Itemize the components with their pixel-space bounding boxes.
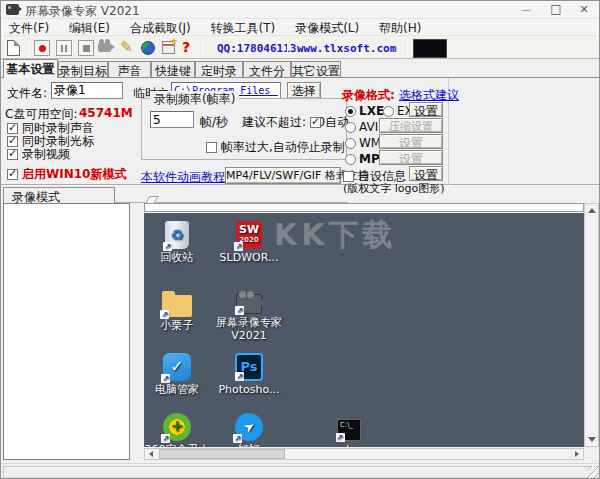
minimize-button[interactable] bbox=[513, 1, 539, 19]
watermark-text: KK下载 bbox=[274, 215, 397, 256]
scroll-up-icon[interactable] bbox=[588, 208, 596, 213]
schedule-icon[interactable] bbox=[162, 41, 175, 54]
app-window: 屏幕录像专家 V2021 文件(F) 编辑(E) 合成截取(J) 转换工具(T)… bbox=[0, 0, 600, 479]
mp4-settings-button: 设置 bbox=[379, 150, 443, 165]
scroll-left-icon[interactable] bbox=[149, 451, 153, 457]
radio-icon bbox=[345, 154, 356, 165]
tab-scheduled-record[interactable]: 定时录制 bbox=[195, 61, 243, 78]
photoshop-icon bbox=[235, 353, 263, 381]
radio-icon bbox=[345, 138, 356, 149]
lxe-settings-button[interactable]: 设置 bbox=[409, 102, 443, 117]
record-video-checkbox[interactable]: 录制视频 bbox=[7, 146, 70, 163]
status-bar-panel bbox=[3, 466, 599, 478]
wmv-settings-button: 设置 bbox=[379, 134, 443, 149]
tab-basic-settings[interactable]: 基本设置 bbox=[3, 59, 58, 78]
avi-compress-settings-button: 压缩设置 bbox=[379, 118, 443, 133]
dingtalk-icon bbox=[235, 413, 263, 441]
toolbar-separator bbox=[287, 39, 288, 57]
frame-rate-group-title: 录制频率(帧率) bbox=[150, 91, 239, 108]
radio-icon bbox=[383, 106, 394, 117]
toolbar-separator bbox=[28, 39, 29, 57]
radio-avi[interactable]: AVI bbox=[345, 120, 378, 134]
shortcut-arrow-icon bbox=[160, 310, 169, 319]
window-title: 屏幕录像专家 V2021 bbox=[25, 3, 140, 20]
maximize-button[interactable] bbox=[543, 1, 569, 19]
toolbar: QQ:178046113 www.tlxsoft.com bbox=[1, 35, 599, 59]
website-link[interactable]: www.tlxsoft.com bbox=[297, 42, 396, 55]
shortcut-arrow-icon bbox=[336, 433, 345, 442]
checkbox-checked-icon bbox=[7, 169, 18, 180]
tab-sound[interactable]: 声音 bbox=[108, 61, 151, 78]
format-support-button[interactable]: MP4/FLV/SWF/GIF 格式支持 bbox=[225, 167, 341, 184]
shortcut-arrow-icon bbox=[161, 374, 170, 383]
desktop-icon-xiaolizi[interactable]: 小栗子 bbox=[144, 289, 210, 332]
record-mode-list[interactable] bbox=[3, 203, 130, 460]
tab-hotkeys[interactable]: 快捷键 bbox=[151, 61, 195, 78]
checkbox-checked-icon bbox=[7, 149, 18, 160]
desktop-icon-pc-manager[interactable]: 电脑管家 bbox=[144, 353, 210, 396]
desktop-icon-dingtalk[interactable]: 钉钉 bbox=[216, 413, 282, 447]
choose-folder-button[interactable]: 选择 bbox=[287, 82, 321, 99]
frame-rate-input[interactable] bbox=[150, 111, 194, 128]
filename-label: 文件名: bbox=[7, 85, 47, 102]
radio-lxe[interactable]: LXE bbox=[345, 104, 384, 118]
desktop-icon-screen-recorder[interactable]: 屏幕录像专家 V2021 bbox=[206, 289, 292, 342]
filename-input[interactable] bbox=[51, 82, 123, 99]
radio-selected-icon bbox=[345, 106, 356, 117]
shortcut-arrow-icon bbox=[233, 434, 242, 443]
record-icon[interactable] bbox=[34, 40, 50, 56]
pause-icon[interactable] bbox=[56, 40, 72, 56]
vertical-scrollbar[interactable] bbox=[584, 203, 599, 447]
shortcut-arrow-icon bbox=[161, 434, 170, 443]
record-mode-tab[interactable]: 录像模式 bbox=[3, 187, 115, 203]
tutorial-link[interactable]: 本软件动画教程 bbox=[141, 169, 225, 186]
frame-rate-group: 录制频率(帧率) 帧/秒 建议不超过: 50 自动 帧率过大,自动停止录制 bbox=[141, 98, 347, 160]
help-icon[interactable] bbox=[182, 39, 200, 57]
scrollbar-corner bbox=[584, 448, 599, 460]
app-icon bbox=[6, 4, 19, 15]
pen-icon[interactable] bbox=[120, 38, 138, 56]
desktop-icon-solidworks[interactable]: SLDWOR... bbox=[216, 221, 282, 264]
status-bar bbox=[1, 463, 600, 479]
tab-other-settings[interactable]: 其它设置 bbox=[291, 61, 341, 78]
globe-icon[interactable] bbox=[141, 41, 155, 55]
scrollbar-thumb[interactable] bbox=[159, 449, 285, 459]
resize-grip-icon[interactable] bbox=[587, 466, 600, 479]
settings-tabs: 基本设置 录制目标 声音 快捷键 定时录制 文件分割 其它设置 bbox=[3, 59, 599, 78]
auto-checkbox[interactable]: 自动 bbox=[310, 114, 349, 131]
overflow-stop-checkbox[interactable]: 帧率过大,自动停止录制 bbox=[206, 139, 345, 156]
disk-space-value: 45741M bbox=[79, 106, 133, 120]
horizontal-scrollbar[interactable] bbox=[144, 448, 584, 460]
desktop-icon-cmd[interactable]: cmd.exe bbox=[316, 415, 382, 447]
360-safe-icon bbox=[163, 413, 191, 441]
copyright-note: (版权文字 logo图形) bbox=[343, 181, 445, 196]
tab-file-split[interactable]: 文件分割 bbox=[243, 61, 291, 78]
record-format-label: 录像格式: bbox=[342, 87, 395, 104]
desktop-icon-recycle-bin[interactable]: 回收站 bbox=[144, 221, 210, 264]
scroll-down-icon[interactable] bbox=[588, 437, 596, 442]
tab-record-target[interactable]: 录制目标 bbox=[58, 61, 108, 78]
stop-icon[interactable] bbox=[78, 40, 94, 56]
screen-recorder-icon bbox=[236, 294, 262, 314]
checkbox-checked-icon bbox=[310, 117, 321, 128]
preview-thumbnail-box bbox=[413, 39, 447, 58]
close-button[interactable] bbox=[571, 1, 597, 19]
desktop-icon-photoshop[interactable]: Photosho... bbox=[216, 353, 282, 396]
new-file-icon[interactable] bbox=[7, 40, 20, 56]
toolbar-separator bbox=[137, 39, 138, 57]
folder-icon bbox=[162, 295, 192, 317]
frame-rate-unit: 帧/秒 bbox=[200, 114, 228, 131]
custom-info-settings-button[interactable]: 设置 bbox=[409, 166, 443, 181]
basic-settings-panel: 文件名: 临时文件夹: 选择 C盘可用空间: 45741M 同时录制声音 同时录… bbox=[1, 77, 600, 185]
desktop-icon-360-safe[interactable]: 360安全卫士 bbox=[144, 413, 210, 447]
scroll-right-icon[interactable] bbox=[575, 451, 579, 457]
win10-mode-checkbox[interactable]: 启用WIN10新模式 bbox=[7, 166, 126, 183]
shortcut-arrow-icon bbox=[235, 372, 244, 381]
solidworks-icon bbox=[236, 221, 262, 249]
shortcut-arrow-icon bbox=[235, 306, 244, 315]
video-camera-icon[interactable] bbox=[98, 43, 111, 52]
radio-icon bbox=[345, 122, 356, 133]
toolbar-separator bbox=[407, 39, 408, 57]
toolbar-separator bbox=[203, 39, 204, 57]
title-bar: 屏幕录像专家 V2021 bbox=[1, 1, 599, 19]
